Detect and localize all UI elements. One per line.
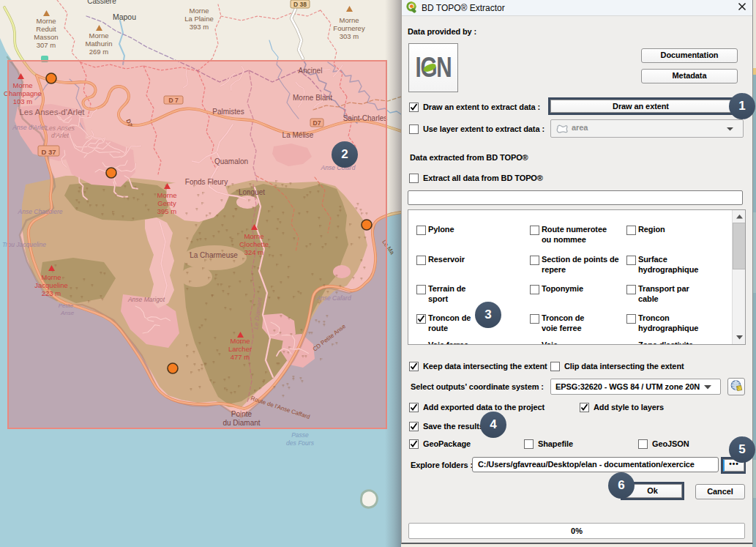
- svg-text:Morne: Morne: [340, 16, 359, 24]
- svg-text:La Plaine: La Plaine: [184, 15, 214, 23]
- svg-text:Morne: Morne: [89, 31, 109, 40]
- svg-text:Passe: Passe: [291, 431, 309, 439]
- svg-text:Masson: Masson: [34, 33, 58, 41]
- svg-text:Mapou: Mapou: [113, 12, 136, 21]
- svg-text:Reduit: Reduit: [36, 25, 56, 33]
- svg-text:393 m: 393 m: [190, 23, 209, 31]
- svg-text:Mathurin: Mathurin: [86, 40, 113, 48]
- svg-text:des Fours: des Fours: [286, 439, 315, 447]
- svg-text:Morne: Morne: [37, 17, 56, 25]
- svg-text:D 38: D 38: [293, 1, 307, 8]
- svg-text:269 m: 269 m: [89, 48, 108, 56]
- svg-text:Cassière: Cassière: [87, 0, 116, 5]
- svg-text:Fournerey: Fournerey: [333, 24, 365, 32]
- svg-text:Morne: Morne: [190, 7, 209, 15]
- svg-text:307 m: 307 m: [37, 41, 56, 49]
- svg-text:303 m: 303 m: [340, 32, 359, 40]
